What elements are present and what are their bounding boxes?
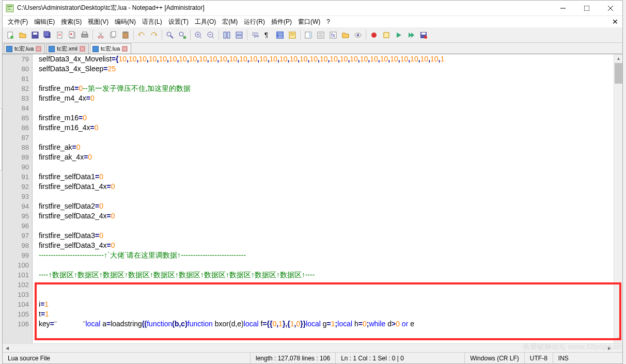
- window-title: C:\Users\Administrator\Desktop\tc宏.lua -…: [17, 4, 551, 12]
- func-list-button[interactable]: fx: [327, 29, 339, 41]
- tab-close-icon[interactable]: [80, 46, 85, 52]
- svg-line-39: [200, 37, 201, 38]
- file-icon: [92, 46, 99, 52]
- menu-help[interactable]: ?: [323, 17, 333, 26]
- cut-button[interactable]: [95, 29, 106, 41]
- save-button[interactable]: [29, 29, 41, 41]
- code-editor[interactable]: selfData3_4x_Movelist={10,10,10,10,10,10…: [33, 54, 622, 352]
- svg-rect-69: [384, 33, 389, 38]
- svg-rect-28: [112, 31, 116, 37]
- indent-guide-button[interactable]: [274, 29, 286, 41]
- svg-rect-3: [7, 9, 11, 10]
- svg-point-31: [167, 32, 171, 36]
- menu-encoding[interactable]: 编码(N): [112, 17, 139, 27]
- copy-button[interactable]: [107, 29, 119, 41]
- menu-window[interactable]: 窗口(W): [295, 17, 323, 27]
- scroll-thumb[interactable]: [615, 63, 622, 84]
- status-encoding[interactable]: UTF-8: [525, 353, 553, 363]
- wordwrap-button[interactable]: [249, 29, 261, 41]
- redo-button[interactable]: [148, 29, 160, 41]
- svg-point-23: [98, 36, 100, 38]
- svg-rect-2: [7, 8, 10, 8]
- svg-rect-45: [236, 32, 242, 35]
- tab-label: tc宏.xml: [57, 45, 77, 53]
- vertical-scrollbar[interactable]: ▲ ▼: [614, 54, 622, 352]
- scroll-down-arrow[interactable]: ▼: [614, 335, 622, 343]
- undo-button[interactable]: [136, 29, 147, 41]
- svg-point-68: [371, 33, 377, 38]
- horizontal-scrollbar[interactable]: ◀ ▶: [3, 343, 622, 352]
- svg-point-67: [357, 34, 359, 36]
- svg-rect-22: [83, 32, 87, 34]
- menu-macro[interactable]: 宏(M): [219, 17, 241, 27]
- zoom-out-button[interactable]: [205, 29, 216, 41]
- mdi-close-icon[interactable]: ✕: [612, 18, 618, 26]
- replace-button[interactable]: [177, 29, 188, 41]
- menu-run[interactable]: 运行(R): [241, 17, 268, 27]
- folder-workspace-button[interactable]: [340, 29, 351, 41]
- zoom-in-button[interactable]: [193, 29, 204, 41]
- close-button[interactable]: [599, 1, 622, 16]
- svg-rect-43: [224, 32, 226, 38]
- svg-rect-5: [584, 6, 589, 11]
- svg-rect-30: [124, 31, 127, 33]
- tab-1[interactable]: tc宏.lua: [4, 43, 45, 54]
- record-macro-button[interactable]: [368, 29, 380, 41]
- print-button[interactable]: [79, 29, 90, 41]
- menu-settings[interactable]: 设置(T): [165, 17, 192, 27]
- line-gutter: 7980818283848586878889909192939495969798…: [3, 54, 33, 352]
- sync-h-button[interactable]: [233, 29, 245, 41]
- paste-button[interactable]: [120, 29, 131, 41]
- svg-rect-1: [7, 6, 12, 7]
- menu-search[interactable]: 搜索(S): [58, 17, 85, 27]
- svg-rect-71: [421, 33, 426, 35]
- tab-label: tc宏.lua: [14, 45, 34, 53]
- svg-point-33: [179, 32, 183, 36]
- tab-close-icon[interactable]: [36, 46, 41, 52]
- doc-list-button[interactable]: [315, 29, 326, 41]
- udl-button[interactable]: [287, 29, 298, 41]
- tab-2[interactable]: tc宏.xml: [46, 43, 89, 54]
- scroll-up-arrow[interactable]: ▲: [614, 54, 622, 63]
- menubar: 文件(F) 编辑(E) 搜索(S) 视图(V) 编码(N) 语言(L) 设置(T…: [3, 16, 622, 27]
- tab-label: tc宏.lua: [101, 45, 120, 53]
- maximize-button[interactable]: [575, 1, 599, 16]
- editor-area: 7980818283848586878889909192939495969798…: [3, 54, 622, 352]
- status-insert-mode[interactable]: INS: [553, 353, 574, 363]
- menu-edit[interactable]: 编辑(E): [31, 17, 58, 27]
- menu-tools[interactable]: 工具(O): [192, 17, 219, 27]
- save-macro-button[interactable]: [418, 29, 429, 41]
- scroll-right-arrow[interactable]: ▶: [605, 344, 614, 352]
- status-length: length : 127,078 lines : 106: [251, 353, 336, 363]
- save-all-button[interactable]: [42, 29, 53, 41]
- menu-file[interactable]: 文件(F): [5, 17, 31, 27]
- menu-language[interactable]: 语言(L): [139, 17, 165, 27]
- close-file-button[interactable]: [54, 29, 66, 41]
- close-all-button[interactable]: [67, 29, 78, 41]
- doc-map-button[interactable]: [303, 29, 314, 41]
- svg-rect-44: [227, 32, 230, 38]
- status-eol[interactable]: Windows (CR LF): [465, 353, 525, 363]
- stop-macro-button[interactable]: [381, 29, 392, 41]
- new-file-button[interactable]: [5, 29, 16, 41]
- svg-text:¶: ¶: [264, 31, 268, 39]
- tab-close-icon[interactable]: [122, 46, 128, 52]
- tab-3-active[interactable]: tc宏.lua: [90, 43, 131, 54]
- svg-line-26: [99, 33, 102, 36]
- minimize-button[interactable]: [551, 1, 575, 16]
- svg-point-24: [101, 36, 103, 38]
- menu-view[interactable]: 视图(V): [85, 17, 112, 27]
- svg-rect-59: [309, 32, 311, 38]
- play-macro-button[interactable]: [393, 29, 404, 41]
- sync-v-button[interactable]: [221, 29, 232, 41]
- play-multi-button[interactable]: [405, 29, 417, 41]
- menu-plugins[interactable]: 插件(P): [268, 17, 295, 27]
- svg-rect-11: [33, 33, 37, 35]
- open-file-button[interactable]: [17, 29, 28, 41]
- svg-point-9: [10, 36, 13, 39]
- find-button[interactable]: [164, 29, 176, 41]
- scroll-left-arrow[interactable]: ◀: [3, 344, 11, 352]
- all-chars-button[interactable]: ¶: [262, 29, 273, 41]
- monitor-button[interactable]: [352, 29, 364, 41]
- svg-rect-13: [44, 31, 49, 37]
